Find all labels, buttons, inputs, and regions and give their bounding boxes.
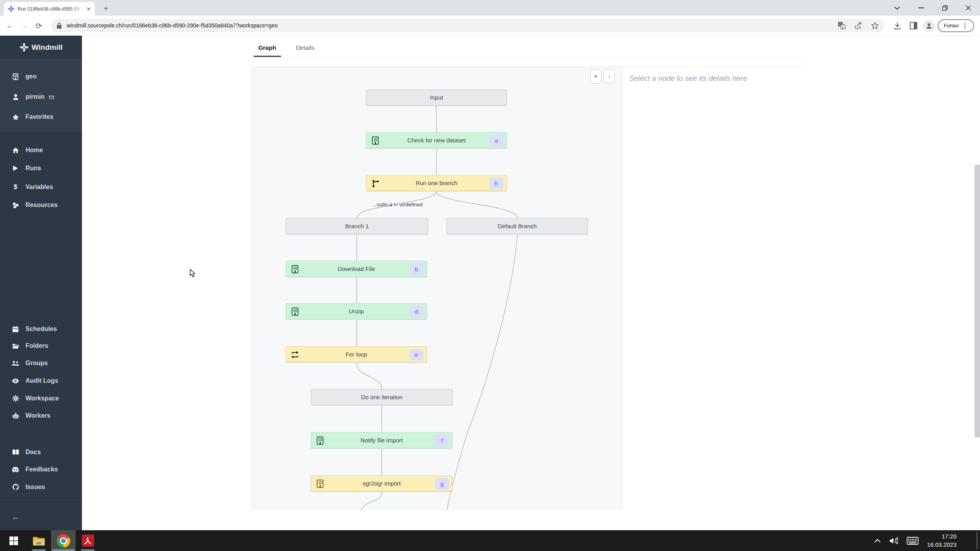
tab-graph[interactable]: Graph	[254, 41, 281, 57]
node-label: Check for new dataset	[407, 137, 466, 144]
flow-node-run-one-branch[interactable]: Run one branch h	[366, 175, 507, 191]
browser-menu-icon[interactable]: ⋮	[962, 22, 968, 29]
node-label: Notify file import	[361, 437, 403, 444]
error-button-label: Fehler	[944, 23, 959, 29]
new-tab-button[interactable]: +	[100, 3, 111, 14]
book-icon	[12, 449, 19, 456]
sidebar-item-resources[interactable]: Resources	[0, 198, 82, 212]
taskbar: 人 17:20 16.03.2023	[0, 530, 980, 551]
chrome-icon	[57, 534, 70, 547]
windows-logo-icon	[9, 536, 18, 546]
acrobat-taskbar-button[interactable]: 人	[80, 530, 95, 551]
sidebar-item-workspace-settings[interactable]: Workspace	[0, 392, 82, 405]
node-id-badge: a	[490, 135, 503, 146]
tab-details[interactable]: Details	[291, 41, 319, 57]
node-id-badge: f	[435, 435, 449, 446]
volume-icon[interactable]	[889, 537, 898, 544]
sidebar-item-audit-logs[interactable]: Audit Logs	[0, 374, 82, 387]
browser-tab[interactable]: Run 0186eb38-c86b-d590-290e- ✕	[4, 2, 95, 16]
flow-graph-canvas[interactable]: + - Input Check for new dataset a Run on…	[252, 67, 622, 510]
groups-icon	[12, 360, 19, 367]
keyboard-icon[interactable]	[907, 537, 918, 545]
sidebar-item-favorites[interactable]: Favorites	[0, 110, 82, 124]
sidebar-divider	[0, 500, 82, 500]
sidebar-item-label: Issues	[25, 484, 45, 491]
favorites-label: Favorites	[25, 113, 53, 120]
taskbar-open-indicator	[52, 549, 74, 551]
script-building-icon	[290, 307, 299, 316]
sidebar-item-groups[interactable]: Groups	[0, 356, 82, 370]
start-button[interactable]	[5, 530, 22, 551]
sidebar-item-issues[interactable]: Issues	[0, 480, 82, 494]
branch-icon	[371, 179, 380, 188]
sidebar-item-home[interactable]: Home	[0, 144, 82, 157]
tab-close-icon[interactable]: ✕	[86, 6, 91, 12]
sidebar-item-schedules[interactable]: Schedules	[0, 322, 82, 336]
bookmark-star-icon[interactable]	[871, 22, 879, 29]
windmill-favicon	[8, 5, 15, 12]
flow-node-download-file[interactable]: Download File b	[286, 261, 427, 277]
home-icon	[12, 147, 19, 154]
back-arrow-icon: ←	[12, 513, 20, 522]
flow-node-default-branch[interactable]: Default Branch	[446, 218, 588, 234]
flow-node-notify-file-import[interactable]: Notify file import f	[311, 432, 452, 448]
flow-node-do-one-iteration[interactable]: Do one iteration	[311, 389, 453, 405]
reload-icon[interactable]: ⟳	[32, 16, 45, 36]
show-desktop-divider[interactable]	[977, 532, 977, 549]
play-icon	[12, 165, 19, 172]
browser-navbar: ← → ⟳ windmill.sourcepole.ch/run/0186eb3…	[0, 16, 980, 36]
window-close-button[interactable]	[959, 0, 977, 16]
file-explorer-button[interactable]	[31, 530, 46, 551]
window-menu-chevron-icon[interactable]	[888, 0, 906, 16]
sidebar-item-folders[interactable]: Folders	[0, 339, 82, 353]
profile-avatar[interactable]	[923, 20, 935, 32]
system-tray: 17:20 16.03.2023	[874, 530, 956, 551]
zoom-out-button[interactable]: -	[604, 69, 615, 84]
window-minimize-button[interactable]	[912, 0, 930, 16]
flow-node-branch-1[interactable]: Branch 1	[286, 218, 428, 234]
file-explorer-icon	[33, 536, 45, 546]
sidebar-item-workers[interactable]: Workers	[0, 409, 82, 422]
sidebar-item-variables[interactable]: $ Variables	[0, 180, 82, 194]
taskbar-clock[interactable]: 17:20 16.03.2023	[927, 533, 956, 549]
sidebar-item-feedbacks[interactable]: Feedbacks	[0, 463, 82, 476]
flow-node-for-loop[interactable]: For loop e	[286, 346, 427, 362]
back-icon[interactable]: ←	[3, 16, 16, 36]
sidebar-item-runs[interactable]: Runs	[0, 162, 82, 175]
run-tabs: Graph Details	[254, 41, 319, 57]
sidebar-collapse-button[interactable]: ←	[0, 510, 82, 524]
node-details-panel: Select a node to see its details here	[622, 67, 806, 510]
workspace-name: geo	[25, 73, 36, 80]
sidebar-item-label: Folders	[25, 342, 48, 349]
sidebar-item-label: Workspace	[25, 395, 59, 402]
script-building-icon	[316, 436, 325, 445]
window-restore-button[interactable]	[936, 0, 954, 16]
sidebar: Windmill geo pirmin Favorites	[0, 36, 82, 530]
tab-title: Run 0186eb38-c86b-d590-290e-	[18, 6, 82, 12]
flow-node-unzip[interactable]: Unzip d	[286, 303, 427, 319]
windmill-logo[interactable]: Windmill	[0, 36, 82, 59]
brand-name: Windmill	[32, 43, 63, 52]
page-scrollbar-thumb[interactable]	[975, 165, 980, 437]
url-bar[interactable]: windmill.sourcepole.ch/run/0186eb38-c86b…	[51, 19, 884, 32]
windmill-logo-icon	[20, 43, 29, 52]
flow-node-ogr2ogr-import[interactable]: ogr2ogr import g	[311, 475, 452, 491]
share-icon[interactable]	[854, 22, 862, 29]
sidebar-item-user[interactable]: pirmin	[0, 90, 82, 104]
sidebar-item-docs[interactable]: Docs	[0, 446, 82, 459]
sidebar-item-workspace-geo[interactable]: geo	[0, 70, 82, 83]
taskbar-time: 17:20	[927, 533, 956, 540]
download-icon[interactable]	[891, 16, 904, 36]
chrome-taskbar-button[interactable]	[51, 530, 76, 551]
browser-error-button[interactable]: Fehler ⋮	[938, 19, 974, 32]
sidebar-item-label: Schedules	[25, 326, 57, 333]
translate-icon[interactable]: G あ	[838, 22, 846, 29]
zoom-in-button[interactable]: +	[590, 69, 601, 84]
tray-chevron-icon[interactable]	[874, 539, 881, 543]
user-icon	[12, 93, 19, 101]
node-id-badge: h	[490, 178, 503, 189]
flow-node-check-for-new-dataset[interactable]: Check for new dataset a	[366, 132, 507, 148]
side-panel-icon[interactable]	[907, 16, 920, 36]
calendar-icon	[12, 326, 19, 333]
flow-node-input[interactable]: Input	[366, 89, 507, 105]
